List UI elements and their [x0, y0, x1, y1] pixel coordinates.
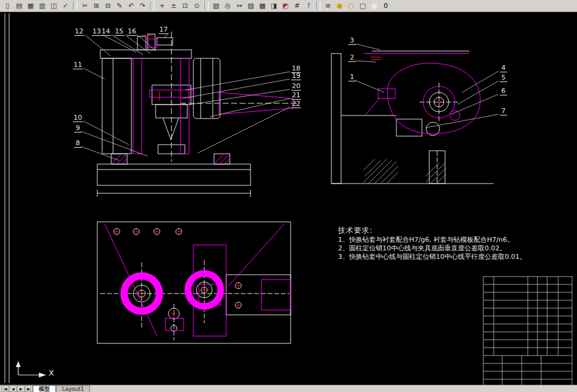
callout-1: 1	[348, 74, 356, 81]
spelling-icon[interactable]: ✓	[60, 1, 71, 11]
callout-9: 9	[74, 125, 81, 132]
tech-requirement-1: 1、快换钻套与衬套配合H7/g6, 衬套与钻模板配合H7/n6。	[338, 236, 527, 244]
print-icon[interactable]: ▥	[36, 1, 48, 11]
layer-on-icon[interactable]: ●	[334, 1, 345, 11]
zoom-previous-icon[interactable]: ⊙	[191, 1, 202, 11]
named-views-icon[interactable]: ▧	[210, 1, 222, 11]
layout-nav-2[interactable]: ▶	[17, 385, 25, 392]
ucs-x-label: X	[49, 368, 54, 377]
drawing-frame	[5, 13, 9, 383]
tech-requirement-2: 2、圆柱定位销10中心线与夹具底面垂直度公差取0.02。	[338, 244, 527, 253]
calculator-icon[interactable]: #	[291, 1, 303, 11]
drawing-canvas[interactable]: 12131415161711109818192021223214567 技术要求…	[0, 12, 577, 385]
callout-2: 2	[348, 54, 356, 62]
callout-19: 19	[291, 72, 301, 80]
callout-21: 21	[291, 92, 301, 100]
layout-nav-0[interactable]: |◀	[1, 385, 9, 392]
standard-toolbar: ▯▤▦▥◫✓✂⊞⊟✎↶↷+±⊡⊙▧◎↔▨▩◨◩#?≡●○□■0	[0, 0, 577, 12]
callout-13: 13	[92, 28, 102, 36]
open-icon[interactable]: ▤	[13, 1, 25, 11]
callout-20: 20	[291, 83, 301, 91]
callout-15: 15	[114, 28, 124, 36]
tech-requirement-3: 3、快换钻套中心线与圆柱定位销10中心线平行度公差取0.01。	[338, 253, 527, 261]
callout-6: 6	[500, 88, 507, 95]
toolbar-separator	[316, 1, 320, 10]
cad-drawing	[0, 12, 577, 385]
technical-requirements-title: 技术要求:	[338, 226, 527, 235]
paste-icon[interactable]: ⊟	[102, 1, 114, 11]
cad-application-window: { "colors": { "chrome": "#d6d3ce", "canv…	[0, 0, 577, 392]
layout-nav-3[interactable]: ▶|	[25, 385, 33, 392]
layer-freeze-icon[interactable]: ○	[345, 1, 357, 11]
title-block	[483, 277, 572, 385]
layout-tabbar: |◀◀▶▶|模型Layout1	[0, 385, 577, 392]
callout-22: 22	[291, 100, 301, 108]
zoom-realtime-icon[interactable]: ±	[168, 1, 179, 11]
design-center-icon[interactable]: ▩	[257, 1, 268, 11]
undo-icon[interactable]: ↶	[125, 1, 137, 11]
toolbar-separator	[150, 1, 154, 10]
redo-icon[interactable]: ↷	[137, 1, 148, 11]
markup-icon[interactable]: ◩	[280, 1, 291, 11]
save-icon[interactable]: ▦	[25, 1, 36, 11]
callout-12: 12	[74, 28, 84, 36]
callout-4: 4	[500, 64, 507, 72]
layout-nav-1[interactable]: ◀	[9, 385, 17, 392]
match-properties-icon[interactable]: ✎	[114, 1, 125, 11]
toolbar-separator	[204, 1, 209, 10]
callout-8: 8	[74, 140, 81, 148]
properties-icon[interactable]: ▨	[245, 1, 257, 11]
callout-leader-lines	[81, 33, 499, 160]
callout-5: 5	[500, 74, 507, 82]
front-view	[97, 32, 297, 197]
callout-7: 7	[500, 108, 507, 115]
technical-requirements-lines: 1、快换钻套与衬套配合H7/g6, 衬套与钻模板配合H7/n6。2、圆柱定位销1…	[338, 236, 527, 261]
help-icon[interactable]: ?	[303, 1, 314, 11]
print-preview-icon[interactable]: ◫	[48, 1, 60, 11]
tool-palettes-icon[interactable]: ◨	[268, 1, 280, 11]
new-icon[interactable]: ▯	[2, 1, 13, 11]
technical-requirements: 技术要求: 1、快换钻套与衬套配合H7/g6, 衬套与钻模板配合H7/n6。2、…	[338, 226, 527, 261]
layer-manager-icon[interactable]: ≡	[322, 1, 334, 11]
toolbar-separator	[73, 1, 77, 10]
layer-name[interactable]: 0	[380, 1, 392, 11]
callout-10: 10	[73, 114, 83, 122]
distance-icon[interactable]: ↔	[233, 1, 245, 11]
cut-icon[interactable]: ✂	[79, 1, 91, 11]
callout-16: 16	[127, 28, 137, 36]
pan-icon[interactable]: +	[156, 1, 168, 11]
tab-模型[interactable]: 模型	[33, 385, 56, 392]
callout-17: 17	[159, 26, 168, 34]
layer-color-swatch[interactable]: ■	[368, 1, 380, 11]
copy-icon[interactable]: ⊞	[91, 1, 102, 11]
zoom-window-icon[interactable]: ⊡	[179, 1, 191, 11]
callout-11: 11	[73, 61, 83, 69]
ucs-icon	[16, 361, 46, 377]
layer-lock-icon[interactable]: □	[357, 1, 368, 11]
callout-3: 3	[348, 37, 356, 45]
top-view	[97, 222, 291, 343]
callout-14: 14	[101, 28, 111, 36]
side-view	[331, 51, 494, 184]
orbit-icon[interactable]: ◎	[222, 1, 233, 11]
tab-Layout1[interactable]: Layout1	[56, 385, 90, 392]
